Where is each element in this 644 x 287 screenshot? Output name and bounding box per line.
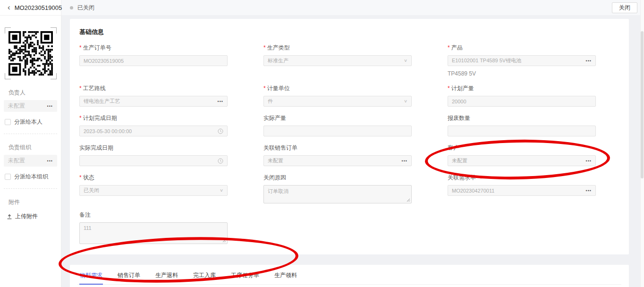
scrollbar-thumb[interactable] <box>641 31 644 178</box>
field-unit: *计量单位 件∨ <box>263 84 412 107</box>
qr-corner-icon <box>51 27 57 34</box>
field-label: 关联销售订单 <box>263 144 297 151</box>
field-value: E10102001 TP4589 5V锂电池 <box>452 57 521 64</box>
actual-finish-date-input[interactable] <box>79 155 228 166</box>
product-picker[interactable]: E10102001 TP4589 5V锂电池••• <box>448 55 596 66</box>
content: 基础信息 *生产订单号 MO20230519005 *生产类型 标准生产∨ *产… <box>61 15 644 287</box>
production-type-select[interactable]: 标准生产∨ <box>263 55 412 66</box>
related-lists-card: 物料需求 销售订单 生产退料 完工入库 工序任务单 生产领料 编码 状态 关联生… <box>70 265 629 287</box>
resize-handle-icon[interactable] <box>222 239 226 243</box>
checkbox-icon[interactable] <box>5 174 11 180</box>
tab-sales-order[interactable]: 销售订单 <box>117 270 141 284</box>
customer-picker[interactable]: 未配置••• <box>448 155 596 166</box>
checkbox-icon[interactable] <box>5 119 11 125</box>
field-value: 未配置 <box>268 157 283 164</box>
field-label: 客户 <box>448 144 459 151</box>
product-name-text: TP4589 5V <box>448 70 596 77</box>
resize-handle-icon[interactable] <box>407 198 410 202</box>
field-label: 实际完成日期 <box>79 144 113 151</box>
ellipsis-icon[interactable]: ••• <box>586 159 592 163</box>
field-planned-finish-date: *计划完成日期 2023-05-30 00:00:00 <box>79 114 228 136</box>
form-grid: *生产订单号 MO20230519005 *生产类型 标准生产∨ *产品 E10… <box>79 44 619 244</box>
field-label: 计划完成日期 <box>83 115 117 121</box>
main-area: 已关闭 关闭 基础信息 *生产订单号 MO20230519005 *生产类型 标… <box>61 0 644 287</box>
clock-icon <box>218 158 223 164</box>
field-customer: 客户 未配置••• <box>448 144 596 166</box>
field-actual-finish-date: 实际完成日期 <box>79 144 228 166</box>
field-label: 备注 <box>79 211 91 218</box>
assign-to-org-label: 分派给本组织 <box>14 173 48 181</box>
field-label: 关闭原因 <box>263 174 286 181</box>
qr-code <box>8 31 53 76</box>
chevron-down-icon: ∨ <box>404 58 407 63</box>
required-marker: * <box>263 85 266 92</box>
tab-production-picking[interactable]: 生产领料 <box>274 270 297 284</box>
ellipsis-icon[interactable]: ••• <box>586 59 592 63</box>
field-label: 计划产量 <box>451 85 474 92</box>
field-label: 实际产量 <box>263 115 286 121</box>
divider <box>4 134 57 134</box>
required-marker: * <box>448 85 450 92</box>
ellipsis-icon[interactable]: ••• <box>586 188 592 193</box>
field-value: 111 <box>84 225 92 231</box>
qr-code-frame <box>5 27 57 79</box>
status-select[interactable]: 已关闭∨ <box>79 185 228 196</box>
field-process-route: *工艺路线 锂电池生产工艺••• <box>79 84 228 107</box>
tab-material-demand[interactable]: 物料需求 <box>79 270 103 285</box>
qr-corner-icon <box>51 73 57 79</box>
tab-process-task[interactable]: 工序任务单 <box>230 270 260 284</box>
status-dot-icon <box>70 6 73 9</box>
close-reason-textarea[interactable]: 订单取消 <box>263 185 412 203</box>
org-value: 未配置 <box>8 157 25 165</box>
scrap-qty-input[interactable] <box>448 126 596 136</box>
field-value: 锂电池生产工艺 <box>84 98 120 105</box>
field-value: 标准生产 <box>268 57 288 64</box>
tab-production-return[interactable]: 生产退料 <box>155 270 178 284</box>
actual-output-input[interactable] <box>263 126 412 136</box>
process-route-picker[interactable]: 锂电池生产工艺••• <box>79 96 228 107</box>
field-label: 生产订单号 <box>83 44 111 51</box>
field-value: MO20230519005 <box>84 58 124 64</box>
assign-to-me-checkbox[interactable]: 分派给本人 <box>5 118 57 126</box>
owner-label: 负责人 <box>8 89 61 97</box>
assign-to-me-label: 分派给本人 <box>14 118 42 126</box>
ellipsis-icon[interactable]: ••• <box>47 159 53 163</box>
required-marker: * <box>79 115 82 121</box>
org-picker[interactable]: 未配置 ••• <box>4 155 57 167</box>
topbar: 已关闭 关闭 <box>61 0 644 15</box>
related-sales-order-picker[interactable]: 未配置••• <box>263 155 412 166</box>
production-order-no-input[interactable]: MO20230519005 <box>79 55 228 66</box>
field-value: 已关闭 <box>84 187 99 194</box>
basic-info-card: 基础信息 *生产订单号 MO20230519005 *生产类型 标准生产∨ *产… <box>70 19 629 254</box>
ellipsis-icon[interactable]: ••• <box>402 159 407 163</box>
required-marker: * <box>79 85 82 92</box>
field-planned-output: *计划产量 20000 <box>448 84 596 107</box>
qr-corner-icon <box>5 27 11 34</box>
field-label: 产品 <box>451 44 463 51</box>
ellipsis-icon[interactable]: ••• <box>47 104 53 109</box>
scrollbar-track[interactable] <box>640 0 644 287</box>
unit-select[interactable]: 件∨ <box>263 96 412 107</box>
planned-finish-date-input[interactable]: 2023-05-30 00:00:00 <box>79 126 228 136</box>
ellipsis-icon[interactable]: ••• <box>218 99 223 104</box>
remark-textarea[interactable]: 111 <box>79 222 228 244</box>
sidebar-header: ‹ MO20230519005 <box>0 0 61 16</box>
owner-picker[interactable]: 未配置 ••• <box>4 100 57 112</box>
upload-icon <box>7 214 12 219</box>
required-marker: * <box>79 44 82 51</box>
attachments-label: 附件 <box>8 198 61 206</box>
assign-to-org-checkbox[interactable]: 分派给本组织 <box>5 173 57 181</box>
page-title: MO20230519005 <box>15 4 62 11</box>
field-production-type: *生产类型 标准生产∨ <box>263 44 412 77</box>
related-demand-order-picker[interactable]: MO202304270011••• <box>448 185 596 196</box>
required-marker: * <box>263 44 266 51</box>
tab-finished-inbound[interactable]: 完工入库 <box>193 270 216 284</box>
upload-attachment-button[interactable]: 上传附件 <box>7 212 61 220</box>
field-status: *状态 已关闭∨ <box>79 174 228 203</box>
close-button[interactable]: 关闭 <box>612 2 637 13</box>
field-value: 未配置 <box>452 157 467 164</box>
back-icon[interactable]: ‹ <box>8 3 10 11</box>
field-scrap-qty: 报废数量 <box>448 114 596 136</box>
planned-output-input[interactable]: 20000 <box>448 96 596 107</box>
clock-icon <box>218 128 223 134</box>
